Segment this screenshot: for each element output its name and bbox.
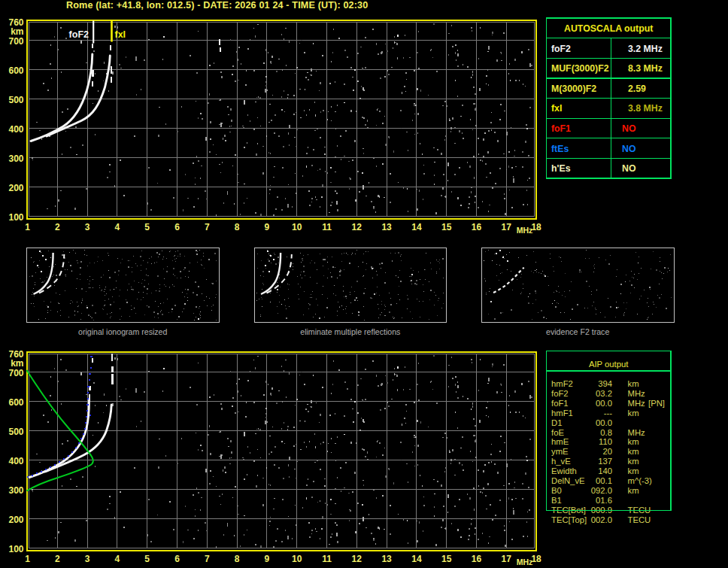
svg-text:092.0: 092.0 [591,486,612,495]
svg-text:16: 16 [472,554,482,564]
svg-text:700: 700 [8,368,23,378]
svg-text:300: 300 [8,485,23,496]
svg-text:NO: NO [622,123,636,134]
svg-text:200: 200 [8,183,23,193]
svg-text:km: km [628,409,639,418]
svg-text:NO: NO [622,163,636,174]
svg-text:km: km [11,358,23,369]
svg-text:3: 3 [85,554,90,564]
svg-text:8.3 MHz: 8.3 MHz [628,63,663,74]
svg-text:3: 3 [85,222,90,232]
svg-text:ymE: ymE [551,447,569,456]
svg-text:18: 18 [531,222,541,232]
svg-text:7: 7 [205,222,210,232]
svg-text:700: 700 [8,36,23,47]
svg-text:600: 600 [8,65,23,76]
svg-text:16: 16 [472,222,482,232]
svg-text:MHz: MHz [517,226,533,235]
svg-text:12: 12 [352,222,362,232]
svg-text:fxI: fxI [115,29,126,40]
svg-text:hmE: hmE [551,437,569,446]
svg-text:km: km [628,437,639,446]
svg-text:600: 600 [8,397,23,408]
svg-text:01.6: 01.6 [596,496,612,505]
svg-text:12: 12 [352,554,362,564]
svg-text:eliminate multiple reflections: eliminate multiple reflections [300,327,400,336]
svg-text:km: km [628,457,639,466]
svg-text:3.8 MHz: 3.8 MHz [628,103,663,114]
svg-text:13: 13 [381,554,392,564]
svg-text:10: 10 [292,222,302,232]
svg-text:13: 13 [381,222,392,232]
svg-text:4: 4 [115,222,120,232]
svg-text:00.0: 00.0 [596,399,612,408]
svg-text:DelN_vE: DelN_vE [551,476,585,485]
svg-text:5: 5 [144,554,150,564]
svg-text:h'Es: h'Es [551,163,571,174]
svg-text:foF2: foF2 [551,389,569,398]
svg-text:20: 20 [602,447,612,456]
svg-text:500: 500 [8,95,23,105]
svg-text:10: 10 [292,554,302,564]
svg-text:200: 200 [8,515,23,525]
svg-text:foE: foE [551,428,564,437]
svg-text:hmF2: hmF2 [551,379,573,388]
svg-text:00.0: 00.0 [596,418,612,427]
svg-text:MHz: MHz [628,389,646,398]
svg-text:1: 1 [25,554,30,564]
svg-text:17: 17 [502,554,512,564]
svg-text:Rome (lat: +41.8, lon: 012.5): Rome (lat: +41.8, lon: 012.5) - DATE: 20… [66,0,368,11]
svg-text:M(3000)F2: M(3000)F2 [551,84,596,94]
svg-text:---: --- [604,409,613,418]
svg-text:km: km [11,26,23,37]
svg-text:hmF1: hmF1 [551,409,573,418]
svg-text:11: 11 [322,554,332,564]
svg-text:500: 500 [8,427,23,437]
svg-text:03.2: 03.2 [596,389,612,398]
svg-text:17: 17 [502,222,512,232]
svg-text:18: 18 [531,554,541,564]
svg-text:8: 8 [235,222,240,232]
svg-text:1: 1 [25,222,30,232]
svg-text:km: km [628,379,639,388]
svg-text:100: 100 [8,212,23,223]
svg-text:D1: D1 [551,418,562,427]
svg-text:137: 137 [598,457,612,466]
svg-text:394: 394 [598,379,612,388]
svg-text:140: 140 [598,466,612,475]
svg-text:400: 400 [8,124,23,135]
svg-text:foF1: foF1 [551,399,569,408]
svg-text:TECU: TECU [628,515,651,524]
svg-text:110: 110 [599,437,612,446]
svg-text:11: 11 [322,222,332,232]
svg-text:002.0: 002.0 [591,515,612,524]
svg-text:5: 5 [144,222,150,232]
svg-text:3.2 MHz: 3.2 MHz [628,44,663,54]
svg-text:6: 6 [174,222,180,232]
svg-text:MUF(3000)F2: MUF(3000)F2 [551,63,609,74]
svg-text:B0: B0 [551,486,562,495]
svg-text:TEC[Top]: TEC[Top] [551,515,587,524]
svg-text:AUTOSCALA output: AUTOSCALA output [564,23,653,34]
svg-text:km: km [628,486,639,495]
svg-text:14: 14 [411,222,422,232]
svg-text:[PN]: [PN] [648,399,665,408]
svg-text:foF2: foF2 [551,44,571,54]
svg-text:original ionogram resized: original ionogram resized [78,327,167,336]
svg-text:fxI: fxI [551,103,562,114]
svg-text:2.59: 2.59 [628,84,646,94]
svg-text:400: 400 [8,456,23,466]
svg-text:15: 15 [441,554,452,564]
svg-text:8: 8 [235,554,240,564]
svg-text:MHz: MHz [517,557,533,566]
svg-text:00.1: 00.1 [596,476,612,485]
svg-text:9: 9 [265,222,270,232]
svg-text:h_vE: h_vE [551,457,571,466]
svg-text:km: km [628,447,639,456]
svg-text:0.8: 0.8 [600,428,612,437]
svg-text:7: 7 [205,554,210,564]
svg-text:NO: NO [622,144,636,154]
svg-text:m^(-3): m^(-3) [628,476,653,485]
svg-text:15: 15 [441,222,452,232]
svg-text:ftEs: ftEs [551,144,569,154]
